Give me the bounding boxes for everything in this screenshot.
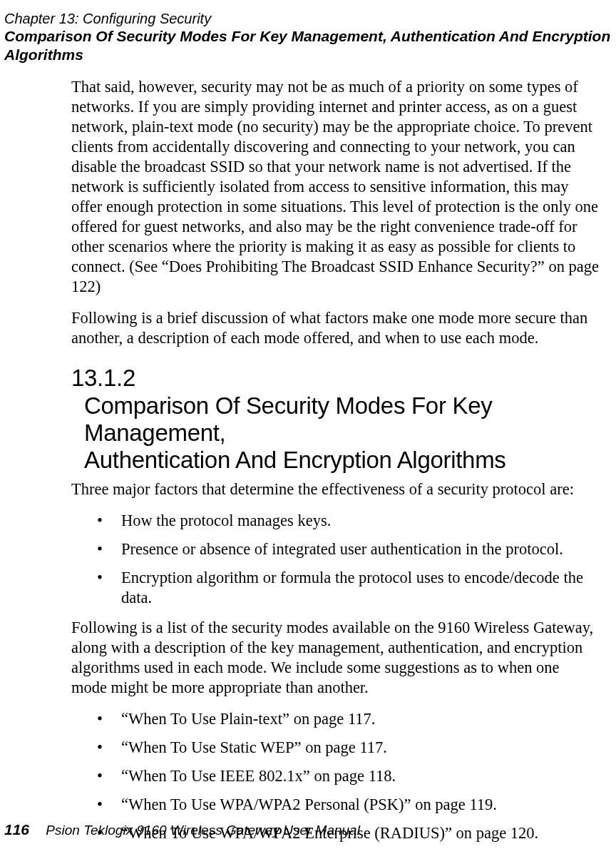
paragraph: Following is a list of the security mode… xyxy=(71,618,599,698)
list-item: “When To Use Plain-text” on page 117. xyxy=(71,709,599,729)
manual-title: Psion Teklogix 9160 Wireless Gateway Use… xyxy=(46,823,360,838)
running-header: Chapter 13: Configuring Security Compari… xyxy=(0,10,616,64)
section-title-line: Comparison Of Security Modes For Key Man… xyxy=(84,392,492,446)
list-item: “When To Use WPA/WPA2 Personal (PSK)” on… xyxy=(71,795,599,815)
page: Chapter 13: Configuring Security Compari… xyxy=(0,0,616,854)
body-content: That said, however, security may not be … xyxy=(71,77,599,853)
chapter-title: Chapter 13: Configuring Security xyxy=(4,10,616,27)
paragraph: Three major factors that determine the e… xyxy=(71,479,599,499)
paragraph: Following is a brief discussion of what … xyxy=(71,308,599,348)
section-title: Comparison Of Security Modes For Key Man… xyxy=(84,392,599,474)
page-number: 116 xyxy=(4,821,29,838)
footer: 116 Psion Teklogix 9160 Wireless Gateway… xyxy=(4,821,360,838)
bullet-list: How the protocol manages keys. Presence … xyxy=(71,511,599,608)
list-item: “When To Use Static WEP” on page 117. xyxy=(71,738,599,758)
list-item: How the protocol manages keys. xyxy=(71,511,599,531)
section-heading: 13.1.2 Comparison Of Security Modes For … xyxy=(71,364,599,474)
list-item: Presence or absence of integrated user a… xyxy=(71,539,599,559)
section-title-header: Comparison Of Security Modes For Key Man… xyxy=(4,27,616,64)
section-number: 13.1.2 xyxy=(71,364,135,392)
paragraph: That said, however, security may not be … xyxy=(71,77,599,297)
list-item: Encryption algorithm or formula the prot… xyxy=(71,568,599,608)
list-item: “When To Use IEEE 802.1x” on page 118. xyxy=(71,766,599,786)
section-title-line: Authentication And Encryption Algorithms xyxy=(84,447,506,473)
